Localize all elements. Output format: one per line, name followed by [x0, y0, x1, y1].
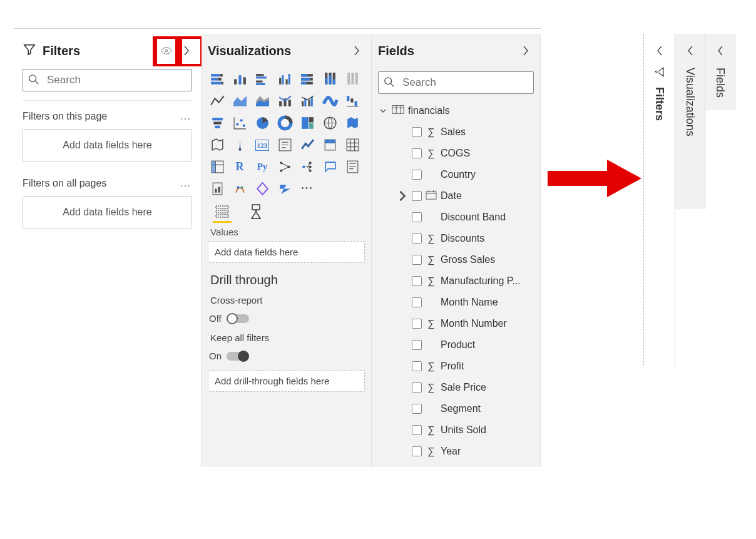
chevron-right-icon[interactable] — [397, 190, 408, 202]
collapsed-viz-pane[interactable]: Visualizations — [675, 34, 705, 209]
field-row[interactable]: ∑COGS — [374, 143, 538, 164]
field-checkbox[interactable] — [412, 170, 422, 180]
viz-slicer-icon[interactable] — [319, 135, 340, 155]
field-row[interactable]: ∑Gross Sales — [374, 249, 538, 270]
toggle-switch-off[interactable] — [227, 314, 249, 323]
viz-paginated-icon[interactable] — [207, 178, 228, 199]
viz-line-clustered-icon[interactable] — [297, 91, 318, 111]
collapse-fields-button[interactable] — [518, 43, 534, 59]
collapsed-filters-pane[interactable]: Filters — [644, 34, 675, 366]
field-row[interactable]: Product — [374, 334, 538, 356]
collapse-viz-button[interactable] — [349, 43, 365, 59]
viz-qna-icon[interactable] — [319, 157, 340, 177]
chevron-down-icon[interactable] — [378, 108, 388, 114]
field-row[interactable]: Month Name — [374, 292, 538, 313]
field-row[interactable]: ∑Year — [374, 441, 538, 462]
field-checkbox[interactable] — [412, 361, 422, 371]
filters-all-pages-drop[interactable]: Add data fields here — [23, 196, 192, 228]
viz-stacked-area-icon[interactable] — [252, 91, 273, 111]
viz-clustered-column-icon[interactable] — [274, 69, 295, 90]
keep-filters-toggle[interactable]: On — [202, 348, 371, 365]
viz-line-icon[interactable] — [207, 91, 228, 111]
field-checkbox[interactable] — [412, 425, 422, 435]
filters-this-page-drop[interactable]: Add data fields here — [23, 129, 192, 162]
filters-search[interactable] — [23, 69, 192, 91]
viz-matrix-icon[interactable] — [207, 157, 228, 177]
viz-stacked-column-icon[interactable] — [229, 69, 250, 90]
field-row[interactable]: ∑Profit — [374, 356, 538, 377]
viz-stacked-bar-icon[interactable] — [207, 69, 228, 90]
viz-key-influencers-icon[interactable] — [274, 157, 295, 177]
field-row[interactable]: ∑Discounts — [374, 228, 538, 249]
cross-report-toggle[interactable]: Off — [202, 311, 371, 327]
viz-gauge-icon[interactable] — [229, 135, 250, 155]
viz-eraser-icon[interactable] — [342, 69, 363, 90]
field-checkbox[interactable] — [412, 212, 422, 222]
viz-arcgis-icon[interactable] — [229, 178, 250, 199]
viz-pie-icon[interactable] — [252, 113, 273, 133]
expand-fields-button[interactable] — [712, 43, 728, 59]
field-checkbox[interactable] — [412, 234, 422, 244]
viz-powerapps-icon[interactable] — [252, 178, 273, 199]
fields-search-input[interactable] — [401, 76, 536, 90]
expand-filters-button[interactable] — [651, 43, 668, 59]
viz-hundred-column-icon[interactable] — [319, 69, 340, 90]
viz-card-icon[interactable]: 123 — [252, 135, 273, 155]
toggle-switch-on[interactable] — [227, 352, 249, 361]
field-row[interactable]: Segment — [374, 398, 538, 419]
values-drop[interactable]: Add data fields here — [208, 241, 365, 263]
viz-donut-icon[interactable] — [274, 113, 295, 133]
viz-area-icon[interactable] — [229, 91, 250, 111]
collapse-filters-button[interactable] — [178, 43, 195, 59]
viz-narrative-icon[interactable] — [342, 157, 363, 177]
filters-search-input[interactable] — [46, 73, 186, 87]
field-checkbox[interactable] — [412, 255, 422, 265]
viz-powerautomate-icon[interactable] — [274, 178, 295, 199]
field-checkbox[interactable] — [412, 446, 422, 456]
drill-drop[interactable]: Add drill-through fields here — [208, 370, 365, 392]
viz-kpi-icon[interactable] — [297, 135, 318, 155]
viz-more-icon[interactable]: ··· — [297, 178, 318, 199]
eye-icon[interactable] — [161, 44, 172, 58]
field-row[interactable]: Date — [374, 185, 538, 207]
viz-python-icon[interactable]: Py — [252, 157, 273, 177]
field-checkbox[interactable] — [412, 276, 422, 286]
fields-search[interactable] — [378, 71, 534, 94]
viz-map-icon[interactable] — [319, 113, 340, 133]
viz-table-icon[interactable] — [342, 135, 363, 155]
viz-decomp-icon[interactable] — [297, 157, 318, 177]
viz-treemap-icon[interactable] — [297, 113, 318, 133]
field-row[interactable]: Discount Band — [374, 207, 538, 228]
field-row[interactable]: ∑Month Number — [374, 313, 538, 334]
viz-scatter-icon[interactable] — [229, 113, 250, 133]
viz-multi-card-icon[interactable] — [274, 135, 295, 155]
field-row[interactable]: ∑Units Sold — [374, 419, 538, 441]
field-row[interactable]: ∑Manufacturing P... — [374, 270, 538, 292]
field-row[interactable]: ∑Sale Price — [374, 377, 538, 398]
field-row[interactable]: Country — [374, 164, 538, 185]
format-tab[interactable] — [247, 204, 265, 223]
field-checkbox[interactable] — [412, 404, 422, 414]
viz-ribbon-icon[interactable] — [319, 91, 340, 111]
viz-hundred-bar-icon[interactable] — [297, 69, 318, 90]
viz-azure-map-icon[interactable] — [207, 135, 228, 155]
collapsed-fields-pane[interactable]: Fields — [705, 34, 735, 110]
field-checkbox[interactable] — [412, 340, 422, 350]
field-checkbox[interactable] — [412, 191, 422, 201]
table-row-financials[interactable]: financials — [374, 100, 538, 121]
viz-clustered-bar-icon[interactable] — [252, 69, 273, 90]
field-row[interactable]: ∑Sales — [374, 121, 538, 143]
more-icon[interactable]: … — [180, 110, 192, 123]
field-checkbox[interactable] — [412, 319, 422, 329]
field-checkbox[interactable] — [412, 148, 422, 158]
viz-funnel-sm-icon[interactable] — [207, 113, 228, 133]
field-checkbox[interactable] — [412, 382, 422, 393]
viz-r-visual-icon[interactable]: R — [229, 157, 250, 177]
more-icon[interactable]: … — [180, 177, 192, 190]
expand-viz-button[interactable] — [682, 43, 698, 59]
viz-filled-map-icon[interactable] — [342, 113, 363, 133]
fields-tab[interactable] — [213, 204, 232, 223]
viz-line-stacked-icon[interactable] — [274, 91, 295, 111]
field-checkbox[interactable] — [412, 297, 422, 307]
field-checkbox[interactable] — [412, 127, 422, 137]
